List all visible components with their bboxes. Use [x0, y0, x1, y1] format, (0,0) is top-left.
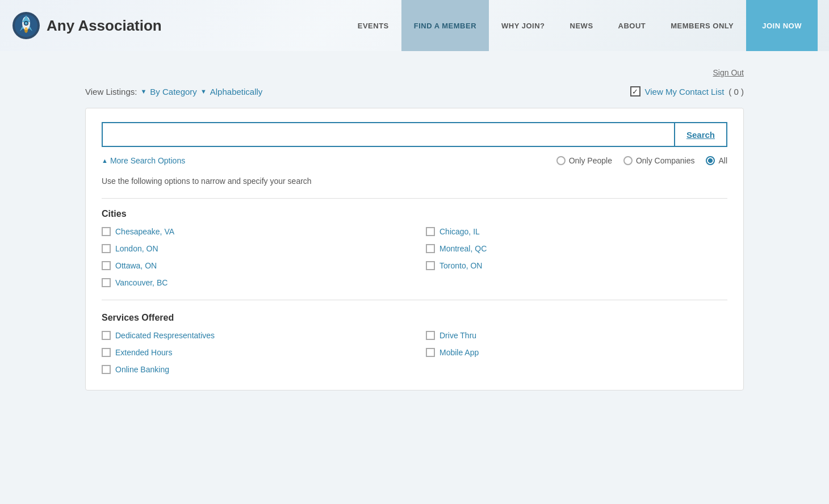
city-vancouver[interactable]: Vancouver, BC — [102, 278, 403, 287]
by-category-arrow: ▼ — [140, 88, 146, 95]
service-mobile-app-checkbox — [426, 348, 435, 357]
contact-count: ( 0 ) — [728, 87, 744, 96]
city-vancouver-label: Vancouver, BC — [115, 278, 168, 287]
service-online-banking[interactable]: Online Banking — [102, 365, 403, 374]
main-content: Sign Out View Listings: ▼ By Category ▼ … — [74, 51, 755, 408]
nav-events[interactable]: EVENTS — [345, 0, 401, 51]
view-contact-right: ✓ View My Contact List ( 0 ) — [630, 86, 744, 96]
city-chesapeake-checkbox — [102, 227, 111, 236]
service-mobile-app[interactable]: Mobile App — [426, 348, 727, 357]
logo-area: Any Association — [11, 11, 162, 40]
city-ottawa[interactable]: Ottawa, ON — [102, 261, 403, 270]
logo-icon — [11, 11, 41, 40]
by-category-link[interactable]: By Category — [150, 87, 197, 96]
city-london-checkbox — [102, 244, 111, 253]
radio-all[interactable]: All — [706, 156, 727, 165]
city-chicago-label: Chicago, IL — [439, 227, 480, 236]
service-drive-thru-label: Drive Thru — [439, 331, 476, 340]
view-listings-label: View Listings: — [85, 87, 137, 96]
nav-find-member[interactable]: FIND A MEMBER — [401, 0, 489, 51]
city-toronto-checkbox — [426, 261, 435, 270]
city-ottawa-label: Ottawa, ON — [115, 261, 157, 270]
services-grid: Dedicated Respresentatives Drive Thru Ex… — [102, 331, 727, 374]
city-ottawa-checkbox — [102, 261, 111, 270]
city-chesapeake[interactable]: Chesapeake, VA — [102, 227, 403, 236]
contact-list-checkbox[interactable]: ✓ — [630, 86, 640, 96]
city-london-label: London, ON — [115, 244, 158, 253]
cities-section-title: Cities — [102, 209, 727, 219]
view-contact-list-link[interactable]: View My Contact List — [645, 87, 725, 96]
nav-about[interactable]: ABOUT — [606, 0, 659, 51]
search-bar-row: Search — [102, 122, 727, 147]
service-dedicated[interactable]: Dedicated Respresentatives — [102, 331, 403, 340]
radio-only-people-circle — [556, 156, 566, 165]
radio-only-people[interactable]: Only People — [556, 156, 612, 165]
cities-divider — [102, 198, 727, 199]
nav-news[interactable]: NEWS — [558, 0, 606, 51]
city-chesapeake-label: Chesapeake, VA — [115, 227, 174, 236]
city-chicago-checkbox — [426, 227, 435, 236]
cities-grid: Chesapeake, VA Chicago, IL London, ON Mo… — [102, 227, 727, 287]
search-button[interactable]: Search — [675, 122, 727, 147]
radio-all-label: All — [718, 156, 727, 165]
header: Any Association EVENTS FIND A MEMBER WHY… — [0, 0, 829, 51]
city-chicago[interactable]: Chicago, IL — [426, 227, 727, 236]
services-section-title: Services Offered — [102, 313, 727, 323]
radio-only-companies-circle — [623, 156, 633, 165]
city-london[interactable]: London, ON — [102, 244, 403, 253]
search-input[interactable] — [102, 122, 675, 147]
narrow-text: Use the following options to narrow and … — [102, 177, 727, 186]
svg-point-5 — [25, 22, 28, 25]
join-now-button[interactable]: JOIN NOW — [746, 0, 818, 51]
more-options-label: More Search Options — [110, 156, 185, 165]
nav-why-join[interactable]: WHY JOIN? — [489, 0, 558, 51]
service-drive-thru-checkbox — [426, 331, 435, 340]
city-montreal[interactable]: Montreal, QC — [426, 244, 727, 253]
city-vancouver-checkbox — [102, 278, 111, 287]
search-panel: Search ▲ More Search Options Only People… — [85, 108, 744, 390]
service-dedicated-checkbox — [102, 331, 111, 340]
sign-out-link[interactable]: Sign Out — [713, 68, 744, 77]
more-search-options-link[interactable]: ▲ More Search Options — [102, 156, 185, 165]
city-toronto[interactable]: Toronto, ON — [426, 261, 727, 270]
service-extended-hours-checkbox — [102, 348, 111, 357]
view-listings-left: View Listings: ▼ By Category ▼ Alphabeti… — [85, 87, 262, 96]
radio-only-people-label: Only People — [569, 156, 612, 165]
services-section: Services Offered Dedicated Respresentati… — [102, 300, 727, 374]
service-extended-hours[interactable]: Extended Hours — [102, 348, 403, 357]
nav-members-only[interactable]: MEMBERS ONLY — [658, 0, 746, 51]
city-montreal-label: Montreal, QC — [439, 244, 487, 253]
service-extended-hours-label: Extended Hours — [115, 348, 172, 357]
city-toronto-label: Toronto, ON — [439, 261, 482, 270]
service-dedicated-label: Dedicated Respresentatives — [115, 331, 215, 340]
service-mobile-app-label: Mobile App — [439, 348, 479, 357]
filter-radio-group: Only People Only Companies All — [556, 156, 727, 165]
logo-text: Any Association — [47, 17, 162, 35]
service-online-banking-label: Online Banking — [115, 365, 169, 374]
city-montreal-checkbox — [426, 244, 435, 253]
main-nav: EVENTS FIND A MEMBER WHY JOIN? NEWS ABOU… — [345, 0, 818, 51]
radio-all-circle — [706, 156, 715, 165]
svg-point-8 — [24, 27, 28, 33]
service-drive-thru[interactable]: Drive Thru — [426, 331, 727, 340]
alphabetically-link[interactable]: Alphabetically — [210, 87, 263, 96]
search-options-row: ▲ More Search Options Only People Only C… — [102, 156, 727, 165]
radio-only-companies-label: Only Companies — [636, 156, 695, 165]
more-options-arrow: ▲ — [102, 157, 108, 164]
alphabetically-arrow: ▼ — [200, 88, 207, 95]
radio-only-companies[interactable]: Only Companies — [623, 156, 695, 165]
view-listings-row: View Listings: ▼ By Category ▼ Alphabeti… — [85, 86, 744, 96]
service-online-banking-checkbox — [102, 365, 111, 374]
sign-out-row: Sign Out — [85, 68, 744, 77]
